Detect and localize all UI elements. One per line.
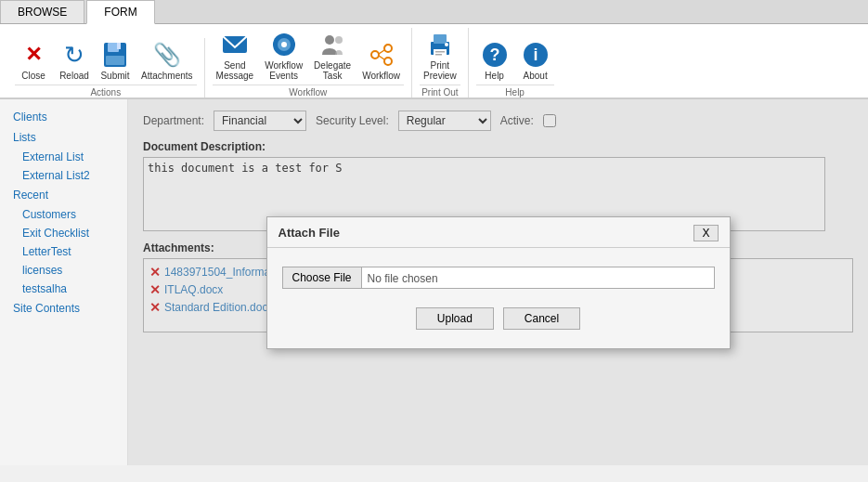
sidebar-item-testsalha[interactable]: testsalha xyxy=(0,280,127,298)
svg-rect-11 xyxy=(291,44,295,46)
workflow-events-icon xyxy=(269,30,299,59)
delegate-task-button[interactable]: Delegate Task xyxy=(310,28,355,83)
content-area: Department: Financial HR IT Security Lev… xyxy=(128,99,868,465)
modal-titlebar: Attach File X xyxy=(267,217,730,248)
file-name-display: No file chosen xyxy=(362,267,715,289)
submit-label: Submit xyxy=(100,71,129,81)
reload-icon: ↻ xyxy=(59,40,89,70)
svg-rect-8 xyxy=(283,33,285,38)
svg-point-13 xyxy=(335,36,343,44)
workflow-label: Workflow xyxy=(362,71,400,81)
svg-rect-2 xyxy=(117,43,121,49)
tab-form[interactable]: FORM xyxy=(86,0,154,24)
modal-overlay: Attach File X Choose File No file chosen… xyxy=(128,99,868,465)
workflow-group-label: Workflow xyxy=(213,85,404,98)
svg-point-7 xyxy=(281,42,287,47)
modal-close-button[interactable]: X xyxy=(693,225,718,241)
sidebar-item-letter-test[interactable]: LetterTest xyxy=(0,242,127,261)
ribbon-group-workflow: Send Message Workflow Events xyxy=(205,28,412,98)
send-message-button[interactable]: Send Message xyxy=(213,28,258,83)
send-message-icon xyxy=(220,30,250,59)
delegate-task-label: Delegate Task xyxy=(314,60,351,81)
close-button[interactable]: ✕ Close xyxy=(15,38,52,83)
svg-point-12 xyxy=(325,35,334,45)
help-label: Help xyxy=(485,71,504,81)
svg-text:?: ? xyxy=(489,46,499,64)
attachments-button[interactable]: 📎 Attachments xyxy=(137,38,197,83)
reload-label: Reload xyxy=(59,71,89,81)
help-group-label: Help xyxy=(476,85,554,98)
sidebar-item-external-list[interactable]: External List xyxy=(0,148,127,166)
upload-button[interactable]: Upload xyxy=(416,307,494,330)
ribbon-group-print: Print Preview Print Out xyxy=(412,28,469,98)
sidebar-item-site-contents[interactable]: Site Contents xyxy=(0,298,127,319)
modal-body: Choose File No file chosen Upload Cancel xyxy=(267,248,730,348)
tab-browse[interactable]: BROWSE xyxy=(0,0,84,23)
svg-point-15 xyxy=(384,45,392,52)
sidebar-item-recent: Recent xyxy=(0,185,127,205)
ribbon-group-actions: ✕ Close ↻ Reload Submit 📎 xyxy=(7,38,205,98)
ribbon-group-help: ? Help i About Help xyxy=(469,38,562,98)
help-button[interactable]: ? Help xyxy=(476,38,513,83)
svg-rect-9 xyxy=(283,51,285,56)
help-icon: ? xyxy=(480,40,510,70)
send-message-label: Send Message xyxy=(216,60,254,81)
svg-point-14 xyxy=(371,51,379,59)
close-label: Close xyxy=(21,71,45,81)
sidebar-item-lists[interactable]: Lists xyxy=(0,127,127,148)
print-group-label: Print Out xyxy=(420,85,460,98)
svg-rect-22 xyxy=(435,51,445,53)
modal-actions: Upload Cancel xyxy=(282,307,715,330)
svg-line-17 xyxy=(379,50,384,54)
sidebar-item-licenses[interactable]: licenses xyxy=(0,261,127,280)
print-preview-button[interactable]: Print Preview xyxy=(420,28,460,83)
top-tabs: BROWSE FORM xyxy=(0,0,868,24)
modal-title: Attach File xyxy=(279,226,340,240)
main-layout: Clients Lists External List External Lis… xyxy=(0,99,868,465)
svg-rect-23 xyxy=(435,54,442,56)
svg-rect-21 xyxy=(434,49,447,57)
sidebar: Clients Lists External List External Lis… xyxy=(0,99,128,465)
workflow-button[interactable]: Workflow xyxy=(358,38,404,83)
choose-file-button[interactable]: Choose File xyxy=(282,267,362,289)
about-label: About xyxy=(524,71,548,81)
workflow-events-label: Workflow Events xyxy=(265,60,303,81)
attach-file-modal: Attach File X Choose File No file chosen… xyxy=(266,216,731,349)
attachments-icon: 📎 xyxy=(152,40,182,70)
svg-point-24 xyxy=(445,43,448,46)
submit-button[interactable]: Submit xyxy=(97,38,134,83)
svg-rect-20 xyxy=(434,34,447,44)
svg-line-18 xyxy=(379,56,384,59)
workflow-events-button[interactable]: Workflow Events xyxy=(261,28,306,83)
sidebar-item-exit-checklist[interactable]: Exit Checklist xyxy=(0,224,127,242)
svg-text:i: i xyxy=(533,46,538,64)
sidebar-item-clients[interactable]: Clients xyxy=(0,107,127,127)
reload-button[interactable]: ↻ Reload xyxy=(56,38,93,83)
sidebar-item-customers[interactable]: Customers xyxy=(0,205,127,224)
svg-rect-10 xyxy=(273,44,278,46)
actions-group-label: Actions xyxy=(15,85,197,98)
file-input-row: Choose File No file chosen xyxy=(282,267,715,289)
submit-icon xyxy=(100,40,130,70)
workflow-icon xyxy=(367,40,396,70)
cancel-button[interactable]: Cancel xyxy=(503,307,580,330)
ribbon: ✕ Close ↻ Reload Submit 📎 xyxy=(0,24,868,99)
svg-rect-3 xyxy=(106,56,124,65)
sidebar-item-external-list2[interactable]: External List2 xyxy=(0,166,127,185)
about-icon: i xyxy=(521,40,551,70)
delegate-task-icon xyxy=(317,30,347,59)
print-preview-icon xyxy=(425,30,455,59)
attachments-label: Attachments xyxy=(141,71,193,81)
print-preview-label: Print Preview xyxy=(423,60,457,81)
about-button[interactable]: i About xyxy=(517,38,554,83)
svg-point-16 xyxy=(384,58,392,65)
close-icon: ✕ xyxy=(19,40,48,70)
